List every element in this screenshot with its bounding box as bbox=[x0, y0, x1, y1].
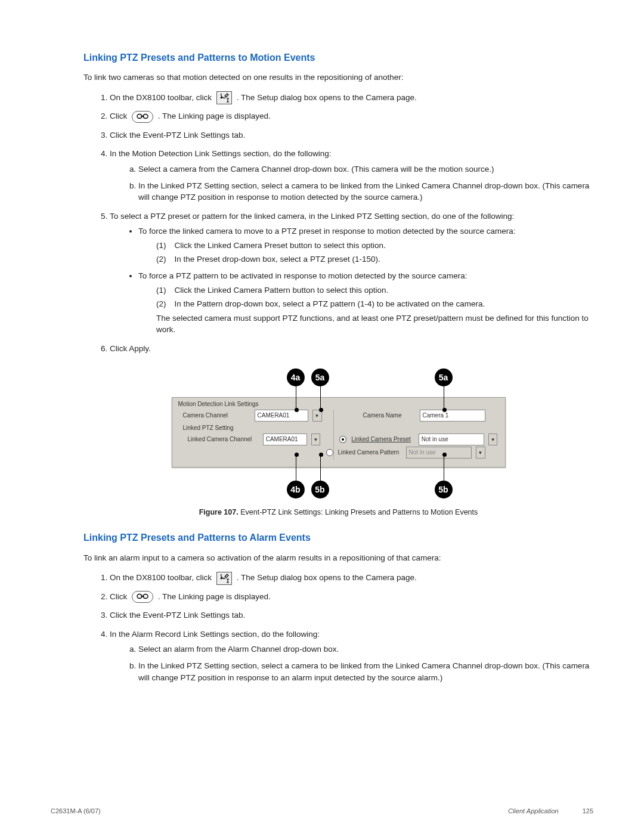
step-1: On the DX8100 toolbar, click . The Setup… bbox=[110, 92, 593, 104]
step-4-sublist: Select a camera from the Camera Channel … bbox=[110, 163, 593, 203]
linked-channel-dropdown[interactable]: CAMERA01 bbox=[263, 433, 307, 445]
footer-left: C2631M-A (6/07) bbox=[51, 807, 101, 816]
figure-caption: Figure 107. Event-PTZ Link Settings: Lin… bbox=[199, 507, 478, 518]
section2-heading: Linking PTZ Presets and Patterns to Alar… bbox=[83, 531, 593, 544]
section1-ordered-list: On the DX8100 toolbar, click . The Setup… bbox=[83, 92, 593, 355]
callout-5a-top-right: 5a bbox=[435, 368, 453, 386]
camera-channel-label: Camera Channel bbox=[183, 411, 250, 420]
chevron-down-icon[interactable]: ▼ bbox=[476, 447, 485, 459]
step-4b: In the Linked PTZ Setting section, selec… bbox=[138, 180, 593, 203]
s2-step-4-sublist: Select an alarm from the Alarm Channel d… bbox=[110, 643, 593, 683]
bullet-pattern: To force a PTZ pattern to be activated i… bbox=[138, 270, 593, 336]
step-4-lead: In the Motion Detection Link Settings se… bbox=[110, 149, 331, 158]
camera-channel-dropdown[interactable]: CAMERA01 bbox=[255, 410, 308, 422]
step-5-lead: To select a PTZ preset or pattern for th… bbox=[110, 212, 514, 221]
link-icon bbox=[132, 591, 153, 603]
paren-1: (1) bbox=[156, 240, 166, 252]
figure-107: 4a 5a 5a Motion Detection Link Settings … bbox=[83, 365, 593, 518]
footer-page-number: 125 bbox=[583, 807, 593, 816]
linked-camera-preset-radio[interactable] bbox=[339, 436, 346, 443]
s2-step-4a: Select an alarm from the Alarm Channel d… bbox=[138, 643, 593, 655]
callout-5b-left: 5b bbox=[311, 481, 329, 498]
bullet-preset-1: Click the Linked Camera Preset button to… bbox=[175, 240, 386, 252]
bullet-pattern-1: Click the Linked Camera Pattern button t… bbox=[175, 284, 389, 296]
step-4: In the Motion Detection Link Settings se… bbox=[110, 148, 593, 203]
bullet-pattern-list: (1)Click the Linked Camera Pattern butto… bbox=[156, 284, 593, 310]
step-4a: Select a camera from the Camera Channel … bbox=[138, 163, 593, 175]
paren-2: (2) bbox=[156, 253, 166, 265]
bullet-pattern-2: In the Pattern drop-down box, select a P… bbox=[175, 298, 485, 310]
s2-step-2-post: . The Linking page is displayed. bbox=[158, 592, 271, 601]
paren-1b: (1) bbox=[156, 284, 166, 296]
figure-caption-text: Event-PTZ Link Settings: Linking Presets… bbox=[239, 508, 478, 516]
document-page: Linking PTZ Presets and Patterns to Moti… bbox=[0, 0, 644, 833]
bullet-preset-lead: To force the linked camera to move to a … bbox=[138, 227, 516, 236]
s2-step-1-pre: On the DX8100 toolbar, click bbox=[110, 573, 212, 582]
bullet-preset-list: (1)Click the Linked Camera Preset button… bbox=[156, 240, 593, 265]
bullet-pattern-lead: To force a PTZ pattern to be activated i… bbox=[138, 271, 467, 280]
link-icon bbox=[132, 111, 153, 123]
s2-step-1-post: . The Setup dialog box opens to the Came… bbox=[237, 573, 417, 582]
s2-step-4b: In the Linked PTZ Setting section, selec… bbox=[138, 660, 593, 683]
section1-intro: To link two cameras so that motion detec… bbox=[83, 72, 593, 83]
footer-app: Client Application bbox=[508, 807, 559, 816]
leader-4a bbox=[296, 386, 296, 410]
camera-name-field[interactable]: Camera 1 bbox=[420, 410, 485, 422]
step-6: Click Apply. bbox=[110, 343, 593, 355]
s2-step-4: In the Alarm Record Link Settings sectio… bbox=[110, 628, 593, 683]
step-5: To select a PTZ preset or pattern for th… bbox=[110, 210, 593, 336]
step-1-post: . The Setup dialog box opens to the Came… bbox=[237, 93, 417, 102]
panel-row-1: Camera Channel CAMERA01 ▼ Camera Name Ca… bbox=[183, 410, 498, 422]
callout-5a-top-left: 5a bbox=[311, 368, 329, 386]
leader-5a-1 bbox=[320, 386, 321, 410]
s2-step-4-lead: In the Alarm Record Link Settings sectio… bbox=[110, 630, 320, 639]
camera-name-label: Camera Name bbox=[348, 411, 402, 420]
tools-icon bbox=[216, 91, 232, 104]
leader-4b bbox=[296, 454, 296, 481]
bullet-preset: To force the linked camera to move to a … bbox=[138, 225, 593, 265]
section2-intro: To link an alarm input to a camera so ac… bbox=[83, 552, 593, 564]
callout-4a: 4a bbox=[287, 368, 305, 386]
preset-dropdown[interactable]: Not in use bbox=[419, 433, 484, 445]
step-1-pre: On the DX8100 toolbar, click bbox=[110, 93, 212, 102]
bullet-preset-2: In the Preset drop-down box, select a PT… bbox=[175, 253, 380, 265]
s2-step-2-pre: Click bbox=[110, 592, 127, 601]
group-label: Motion Detection Link Settings bbox=[178, 400, 259, 409]
pattern-dropdown[interactable]: Not in use bbox=[406, 447, 472, 459]
leader-5a-2 bbox=[444, 386, 444, 410]
step-3: Click the Event-PTZ Link Settings tab. bbox=[110, 129, 593, 141]
link-settings-panel: Motion Detection Link Settings Linked PT… bbox=[172, 397, 506, 467]
chevron-down-icon[interactable]: ▼ bbox=[488, 433, 498, 445]
s2-step-1: On the DX8100 toolbar, click . The Setup… bbox=[110, 572, 593, 584]
bullet-pattern-note: The selected camera must support PTZ fun… bbox=[156, 312, 593, 336]
s2-step-2: Click . The Linking page is displayed. bbox=[110, 591, 593, 603]
step-5-bullets: To force the linked camera to move to a … bbox=[110, 225, 593, 336]
s2-step-3: Click the Event-PTZ Link Settings tab. bbox=[110, 609, 593, 621]
page-footer: C2631M-A (6/07) Client Application 125 bbox=[51, 807, 593, 816]
leader-5b-1 bbox=[320, 454, 321, 481]
paren-2b: (2) bbox=[156, 298, 166, 310]
step-2-pre: Click bbox=[110, 112, 127, 120]
panel-row-2: Linked Camera Channel CAMERA01 ▼ Linked … bbox=[188, 433, 498, 445]
figure-caption-prefix: Figure 107. bbox=[199, 508, 239, 516]
step-2: Click . The Linking page is displayed. bbox=[110, 110, 593, 122]
linked-camera-pattern-radio[interactable] bbox=[326, 449, 333, 456]
callout-4b: 4b bbox=[287, 481, 305, 498]
chevron-down-icon[interactable]: ▼ bbox=[311, 433, 321, 445]
sub-group-label: Linked PTZ Setting bbox=[183, 424, 234, 433]
panel-row-3: Linked Camera Pattern Not in use ▼ bbox=[188, 447, 498, 459]
linked-channel-label: Linked Camera Channel bbox=[188, 435, 258, 444]
section1-heading: Linking PTZ Presets and Patterns to Moti… bbox=[83, 51, 593, 64]
step-2-post: . The Linking page is displayed. bbox=[158, 112, 271, 120]
section2-ordered-list: On the DX8100 toolbar, click . The Setup… bbox=[83, 572, 593, 683]
callout-5b-right: 5b bbox=[435, 481, 453, 498]
leader-5b-2 bbox=[444, 454, 444, 481]
linked-camera-pattern-label: Linked Camera Pattern bbox=[338, 448, 401, 457]
linked-camera-preset-label: Linked Camera Preset bbox=[351, 435, 413, 444]
tools-icon bbox=[216, 572, 232, 585]
diagram: 4a 5a 5a Motion Detection Link Settings … bbox=[172, 365, 506, 503]
